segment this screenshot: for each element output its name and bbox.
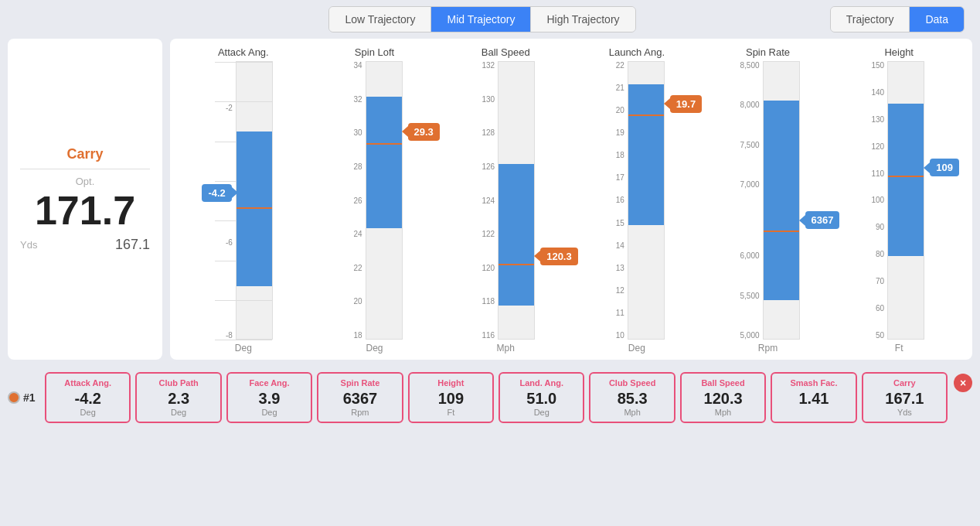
carry-card: Carry Opt. 171.7 Yds 167.1: [8, 39, 162, 360]
data-card-club-speed-unit: Mph: [598, 408, 665, 417]
spin-loft-badge: 29.3: [408, 123, 440, 141]
attack-ang-label: Attack Ang.: [218, 46, 269, 58]
spin-loft-chart: Spin Loft 34 32 30 28 26 24 22 20 18: [309, 46, 441, 354]
data-card-club-path-unit: Deg: [145, 408, 212, 417]
data-view-tab[interactable]: Data: [910, 7, 964, 32]
spin-rate-badge: 6367: [805, 211, 840, 229]
data-card-club-path-title: Club Path: [145, 378, 212, 388]
data-card-ball-speed-value: 120.3: [689, 391, 757, 406]
ball-speed-label: Ball Speed: [481, 46, 530, 58]
data-card-smash-fac-title: Smash Fac.: [780, 378, 847, 388]
height-chart: Height 150 140 130 120 110 100 90 80 70 …: [833, 46, 965, 354]
spin-loft-unit: Deg: [366, 343, 383, 354]
data-card-carry-unit: Yds: [871, 408, 938, 417]
data-card-land-ang-title: Land. Ang.: [508, 378, 575, 388]
carry-sub-value: 167.1: [115, 237, 150, 253]
data-card-carry: Carry 167.1 Yds: [862, 372, 948, 423]
data-card-height-value: 109: [417, 391, 485, 406]
attack-ang-unit: Deg: [235, 343, 252, 354]
main-content: Carry Opt. 171.7 Yds 167.1 Attack Ang. -…: [0, 39, 980, 367]
data-card-face-ang-unit: Deg: [236, 408, 303, 417]
data-card-face-ang: Face Ang. 3.9 Deg: [226, 372, 312, 423]
data-card-carry-title: Carry: [871, 378, 938, 388]
height-label: Height: [884, 46, 914, 58]
data-card-attack-ang-title: Attack Ang.: [54, 378, 121, 388]
low-trajectory-tab[interactable]: Low Trajectory: [329, 7, 431, 32]
ball-speed-chart: Ball Speed 132 130 128 126 124 122 120 1…: [440, 46, 571, 354]
data-card-club-path: Club Path 2.3 Deg: [135, 372, 221, 423]
row-dot: [8, 391, 20, 404]
data-card-land-ang: Land. Ang. 51.0 Deg: [499, 372, 584, 423]
charts-row: Attack Ang. -2 -6 -8: [178, 46, 965, 354]
data-card-club-speed-title: Club Speed: [598, 378, 665, 388]
attack-ang-chart: Attack Ang. -2 -6 -8: [178, 46, 309, 354]
data-card-height-unit: Ft: [417, 408, 485, 417]
high-trajectory-tab[interactable]: High Trajectory: [531, 7, 635, 32]
spin-rate-unit: Rpm: [758, 343, 778, 354]
spin-loft-label: Spin Loft: [355, 46, 394, 58]
close-button[interactable]: ×: [954, 374, 972, 392]
data-card-height: Height 109 Ft: [408, 372, 494, 423]
ball-speed-badge: 120.3: [540, 248, 578, 265]
bottom-section: #1 Attack Ang. -4.2 Deg Club Path 2.3 De…: [0, 367, 980, 428]
data-card-club-speed: Club Speed 85.3 Mph: [589, 372, 675, 423]
data-card-ball-speed-title: Ball Speed: [689, 378, 757, 388]
spin-rate-chart: Spin Rate 8,500 8,000 7,500 7,000 6,000 …: [703, 46, 834, 354]
data-card-spin-rate-value: 6367: [326, 391, 393, 406]
carry-opt-label: Opt.: [76, 176, 95, 187]
carry-bottom: Yds 167.1: [20, 237, 150, 253]
mid-trajectory-tab[interactable]: Mid Trajectory: [431, 7, 531, 32]
data-card-face-ang-title: Face Ang.: [236, 378, 303, 388]
launch-ang-badge: 19.7: [670, 95, 702, 113]
ball-speed-unit: Mph: [497, 343, 515, 354]
data-card-smash-fac: Smash Fac. 1.41: [771, 372, 856, 423]
data-card-carry-value: 167.1: [871, 391, 938, 406]
data-card-smash-fac-value: 1.41: [780, 391, 847, 406]
launch-ang-unit: Deg: [628, 343, 645, 354]
data-card-club-speed-value: 85.3: [598, 391, 665, 406]
launch-ang-label: Launch Ang.: [609, 46, 665, 58]
attack-ang-badge: -4.2: [202, 184, 231, 202]
data-card-attack-ang: Attack Ang. -4.2 Deg: [45, 372, 131, 423]
data-card-spin-rate-title: Spin Rate: [326, 378, 393, 388]
row-indicator: #1: [8, 391, 39, 404]
data-card-attack-ang-unit: Deg: [54, 408, 121, 417]
data-card-land-ang-unit: Deg: [508, 408, 575, 417]
data-card-land-ang-value: 51.0: [508, 391, 575, 406]
trajectory-view-tab[interactable]: Trajectory: [831, 7, 910, 32]
trajectory-tab-group: Low Trajectory Mid Trajectory High Traje…: [328, 6, 635, 32]
view-tab-group: Trajectory Data: [830, 6, 965, 32]
carry-main-value: 171.7: [35, 190, 135, 231]
top-nav: Low Trajectory Mid Trajectory High Traje…: [0, 0, 980, 39]
data-card-spin-rate: Spin Rate 6367 Rpm: [317, 372, 403, 423]
data-card-face-ang-value: 3.9: [236, 391, 303, 406]
height-unit: Ft: [895, 343, 903, 354]
carry-title: Carry: [66, 146, 103, 162]
spin-rate-label: Spin Rate: [746, 46, 790, 58]
data-card-height-title: Height: [417, 378, 485, 388]
data-card-spin-rate-unit: Rpm: [326, 408, 393, 417]
carry-yds-label: Yds: [20, 239, 37, 251]
height-badge: 109: [930, 159, 959, 176]
data-cards-row: Attack Ang. -4.2 Deg Club Path 2.3 Deg F…: [45, 372, 948, 423]
row-label: #1: [23, 391, 36, 404]
data-card-attack-ang-value: -4.2: [54, 391, 121, 406]
charts-area: Attack Ang. -2 -6 -8: [170, 39, 972, 360]
data-card-ball-speed-unit: Mph: [689, 408, 757, 417]
data-card-ball-speed: Ball Speed 120.3 Mph: [680, 372, 766, 423]
launch-ang-chart: Launch Ang. 22 21 20 19 18 17 16 15 14 1…: [571, 46, 703, 354]
data-card-club-path-value: 2.3: [145, 391, 212, 406]
